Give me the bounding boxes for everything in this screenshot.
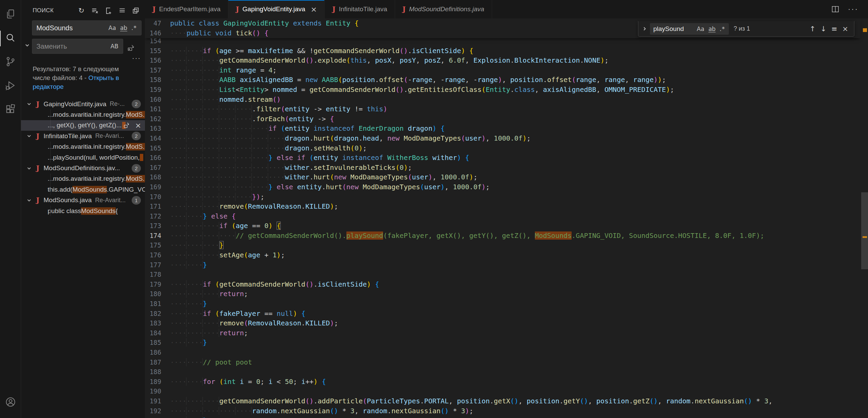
replace-input[interactable]: Заменить [36,43,108,50]
result-match-row[interactable]: public class ModSounds { [21,206,145,216]
close-find-button[interactable]: × [840,23,851,34]
code-line-183[interactable]: 183············remove(RemovalReason.KILL… [145,318,868,328]
search-input[interactable]: ModSounds [36,24,106,32]
code-line-168[interactable]: 168····························wither.hu… [145,172,868,182]
line-number[interactable]: 161 [145,104,170,114]
line-number[interactable]: 47 [145,18,170,28]
scrollbar-thumb[interactable] [861,192,868,269]
code-line-171[interactable]: 171············remove(RemovalReason.KILL… [145,202,868,211]
result-match-row[interactable]: ..., getX(), getY(), getZ()...× [21,120,145,131]
line-number[interactable]: 170 [145,192,170,202]
code-line-160[interactable]: 160············nommed.stream() [145,95,868,104]
line-number[interactable]: 188 [145,367,170,377]
code-line-187[interactable]: 187········// poot poot [145,357,868,367]
line-number[interactable]: 186 [145,348,170,357]
open-new-search-editor-icon[interactable] [103,5,114,16]
code-line-169[interactable]: 169························} else entity… [145,182,868,192]
view-as-tree-icon[interactable] [131,5,141,16]
result-file-row[interactable]: JModSoundDefinitions.jav...2 [21,163,145,173]
code-line-163[interactable]: 163························if (entity in… [145,124,868,133]
line-number[interactable]: 172 [145,211,170,221]
code-line-162[interactable]: 162····················.forEach(entity -… [145,114,868,124]
line-number[interactable]: 162 [145,114,170,124]
code-line-155[interactable]: 155········if (age >= maxLifetime && !ge… [145,46,868,56]
line-number[interactable]: 176 [145,250,170,260]
collapse-all-icon[interactable] [117,5,127,16]
line-number[interactable]: 166 [145,153,170,163]
result-match-row[interactable]: ...playSound(null, worldPosition, [21,152,145,163]
code-area[interactable]: 154155········if (age >= maxLifetime && … [145,36,868,418]
code-line-176[interactable]: 176············setAge(age + 1); [145,250,868,260]
line-number[interactable]: 174 [145,231,170,241]
find-regex-toggle[interactable]: .* [718,25,727,33]
tab-ModSoundDefinitions.java[interactable]: JModSoundDefinitions.java [395,0,492,18]
replace-match-button[interactable] [122,121,131,129]
chevron-down-icon[interactable] [24,133,33,139]
result-file-row[interactable]: JModSounds.javaRe-Avarit...1 [21,195,145,206]
activity-extensions[interactable] [0,98,21,122]
line-number[interactable]: 193 [145,416,170,418]
line-number[interactable]: 182 [145,309,170,319]
code-line-190[interactable]: 190 [145,386,868,396]
line-number[interactable]: 184 [145,328,170,338]
code-line-188[interactable]: 188 [145,367,868,377]
line-number[interactable]: 164 [145,133,170,143]
find-toggle-replace-chevron[interactable] [640,26,649,32]
next-match-button[interactable]: ↓ [818,23,829,34]
code-line-178[interactable]: 178 [145,270,868,279]
code-line-165[interactable]: 165····························dragon.se… [145,143,868,153]
line-number[interactable]: 183 [145,318,170,328]
line-number[interactable]: 179 [145,279,170,289]
code-line-166[interactable]: 166························} else if (en… [145,153,868,163]
replace-all-button[interactable] [126,43,136,53]
match-case-toggle[interactable]: Aa [107,24,118,32]
line-number[interactable]: 181 [145,299,170,309]
code-line-174[interactable]: 174················// getCommandSenderWo… [145,231,868,241]
code-line-184[interactable]: 184············return; [145,328,868,338]
code-line-181[interactable]: 181········} [145,299,868,309]
line-number[interactable]: 178 [145,270,170,279]
code-line-182[interactable]: 182········if (fakePlayer == null) { [145,309,868,319]
line-number[interactable]: 175 [145,240,170,250]
line-number[interactable]: 190 [145,386,170,396]
line-number[interactable]: 167 [145,163,170,173]
dismiss-match-button[interactable]: × [134,121,142,129]
line-number[interactable]: 168 [145,172,170,182]
code-line-193[interactable]: 193········} [145,416,868,418]
code-line-191[interactable]: 191············getCommandSenderWorld().a… [145,396,868,406]
code-line-159[interactable]: 159············List<Entity> nommed = get… [145,85,868,95]
line-number[interactable]: 157 [145,65,170,75]
code-line-175[interactable]: 175············} [145,240,868,250]
result-file-row[interactable]: JGapingVoidEntity.javaRe-...2 [21,99,145,109]
code-line-173[interactable]: 173············if (age == 0) { [145,221,868,231]
line-number[interactable]: 155 [145,46,170,56]
line-number[interactable]: 171 [145,202,170,211]
line-number[interactable]: 189 [145,377,170,387]
find-input-box[interactable]: playSound Aa ab .* [650,23,729,35]
result-match-row[interactable]: ...mods.avaritia.init.registry.ModS... [21,109,145,120]
code-line-179[interactable]: 179········if (getCommandSenderWorld().i… [145,279,868,289]
code-line-156[interactable]: 156············getCommandSenderWorld().e… [145,55,868,65]
code-line-170[interactable]: 170····················}); [145,192,868,202]
code-line-157[interactable]: 157············int range = 4; [145,65,868,75]
code-line-180[interactable]: 180············return; [145,289,868,299]
tab-EndestPearlItem.java[interactable]: JEndestPearlItem.java [145,0,228,18]
close-tab-icon[interactable]: × [311,5,317,14]
line-number[interactable]: 156 [145,55,170,65]
activity-explorer[interactable] [0,3,21,27]
activity-source-control[interactable] [0,50,21,74]
result-match-row[interactable]: ...mods.avaritia.init.registry.ModS... [21,174,145,184]
replace-input-box[interactable]: Заменить AB [32,39,123,54]
line-number[interactable]: 191 [145,396,170,406]
code-line-167[interactable]: 167····························wither.se… [145,163,868,173]
editor-body[interactable]: 154155········if (age >= maxLifetime && … [145,18,868,418]
line-number[interactable]: 163 [145,124,170,133]
code-line-177[interactable]: 177········} [145,260,868,270]
line-number[interactable]: 169 [145,182,170,192]
regex-toggle[interactable]: .* [130,24,138,32]
split-editor-button[interactable] [831,5,840,14]
activity-account[interactable] [0,391,21,415]
result-match-row[interactable]: this.add(ModSounds.GAPING_VO... [21,184,145,195]
line-number[interactable]: 146 [145,28,170,38]
line-number[interactable]: 165 [145,143,170,153]
